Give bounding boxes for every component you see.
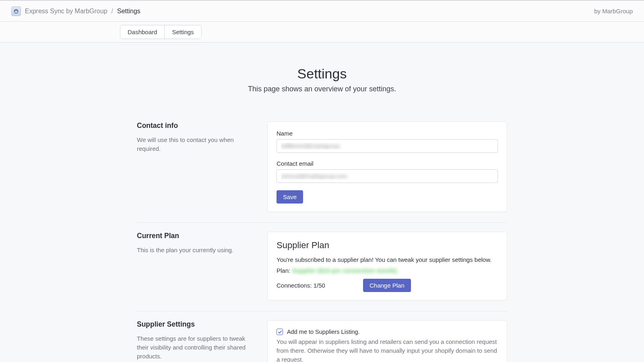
plan-subscribed-line: You're subscribed to a supplier plan! Yo… [277,256,498,263]
change-plan-button[interactable]: Change Plan [363,279,411,292]
contact-heading: Contact info [137,121,258,130]
section-plan: Current Plan This is the plan your curre… [137,222,507,311]
tab-dashboard[interactable]: Dashboard [120,25,164,39]
supplier-heading: Supplier Settings [137,320,258,329]
plan-heading: Current Plan [137,232,258,240]
supplier-card: Add me to Suppliers Listing. You will ap… [267,320,507,362]
tab-group: Dashboard Settings [120,25,202,39]
add-to-listing-label: Add me to Suppliers Listing. [287,329,360,335]
tab-settings[interactable]: Settings [164,25,201,39]
plan-card: Supplier Plan You're subscribed to a sup… [267,232,507,300]
supplier-note: You will appear in suppliers listing and… [277,337,498,362]
byline: by MarbGroup [594,8,633,14]
section-contact: Contact info We will use this to contact… [137,113,507,222]
page-title: Settings [137,66,507,82]
save-button[interactable]: Save [277,190,303,204]
breadcrumb: Express Sync by MarbGroup / Settings [11,6,140,16]
page-body: Settings This page shows an overview of … [121,43,523,362]
top-bar: Express Sync by MarbGroup / Settings by … [0,0,644,22]
breadcrumb-separator: / [111,8,113,15]
supplier-desc: These settings are for suppliers to twea… [137,334,258,360]
breadcrumb-app-name[interactable]: Express Sync by MarbGroup [25,8,107,15]
section-supplier: Supplier Settings These settings are for… [137,311,507,362]
contact-card: Name Contact email Save [267,121,507,212]
breadcrumb-current: Settings [117,8,140,15]
plan-desc: This is the plan your currently using. [137,246,258,255]
plan-card-title: Supplier Plan [277,240,498,251]
check-icon [278,330,282,334]
page-subtitle: This page shows an overview of your sett… [137,85,507,93]
plan-value: Supplier ($10 per connection month) [292,267,397,274]
plan-label: Plan: [277,267,290,274]
name-input[interactable] [277,139,498,153]
app-logo-icon [11,6,21,16]
name-label: Name [277,130,498,137]
plan-line: Plan: Supplier ($10 per connection month… [277,267,498,274]
tab-row: Dashboard Settings [0,22,644,43]
add-to-listing-checkbox[interactable] [277,329,283,335]
contact-desc: We will use this to contact you when req… [137,136,258,153]
email-label: Contact email [277,160,498,167]
email-input[interactable] [277,169,498,183]
connections-label: Connections: 1/50 [277,282,347,289]
